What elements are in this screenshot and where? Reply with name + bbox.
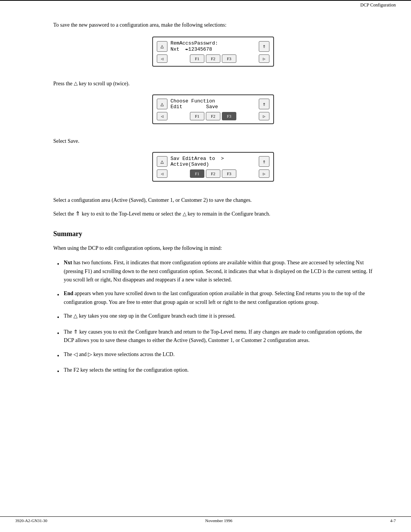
left-arrow-icon: ◁ xyxy=(73,351,78,357)
bullet-text-home-key: The ⇑ key causes you to exit the Configu… xyxy=(64,328,373,345)
bullet-item-end: • End appears when you have scrolled dow… xyxy=(57,289,373,307)
lcd2-f-buttons: F1 F2 F3 xyxy=(190,112,236,120)
lcd-widget-1-container: △ RemAccssPasswrd: Nxt ✒12345678 ⇑ ◁ F1 … xyxy=(53,37,373,74)
bullet-dot-2: • xyxy=(57,290,59,300)
lcd2-left-btn[interactable]: ◁ xyxy=(157,112,167,120)
lcd2-up-btn[interactable]: △ xyxy=(157,99,167,109)
lcd1-line2: Nxt ✒12345678 xyxy=(170,46,256,52)
up-arrow-icon-3: △ xyxy=(73,313,78,319)
lcd1-bottom-row: ◁ F1 F2 F3 ▷ xyxy=(157,54,269,63)
bullet-dot-6: • xyxy=(57,367,59,377)
lcd3-f2-btn[interactable]: F2 xyxy=(206,169,220,178)
page-header: DCP Configuration xyxy=(0,0,411,10)
bullet-item-home-key: • The ⇑ key causes you to exit the Confi… xyxy=(57,328,373,345)
bullet-item-lr-keys: • The ◁ and ▷ keys move selections acros… xyxy=(57,350,373,361)
lcd2-line2: Edit Save xyxy=(170,104,256,110)
lcd1-f3-btn[interactable]: F3 xyxy=(222,54,236,63)
lcd2-f1-btn[interactable]: F1 xyxy=(190,112,204,120)
bullet-item-up-key: • The △ key takes you one step up in the… xyxy=(57,312,373,323)
intro-text: To save the new password to a configurat… xyxy=(53,21,373,29)
bullet-dot-5: • xyxy=(57,351,59,361)
lcd-widget-2-container: △ Choose Function Edit Save ⇑ ◁ F1 F2 F3… xyxy=(53,94,373,132)
up-arrow-icon: △ xyxy=(74,80,78,87)
home-arrow-icon: ⇑ xyxy=(75,211,80,217)
home-arrow-icon-2: ⇑ xyxy=(73,329,78,335)
lcd1-line1: RemAccssPasswrd: xyxy=(170,40,256,46)
lcd1-top-row: △ RemAccssPasswrd: Nxt ✒12345678 ⇑ xyxy=(157,40,269,52)
lcd3-line1: Sav EditArea to > xyxy=(170,156,256,161)
lcd3-display: Sav EditArea to > Active(Saved) xyxy=(167,156,259,167)
bullet-item-nxt: • Nxt has two functions. First, it indic… xyxy=(57,259,373,284)
bullet-text-up-key: The △ key takes you one step up in the C… xyxy=(64,312,373,320)
lcd1-left-btn[interactable]: ◁ xyxy=(157,54,167,63)
lcd3-left-btn[interactable]: ◁ xyxy=(157,169,167,178)
config-text-1: Select a configuration area (Active (Sav… xyxy=(53,196,373,204)
lcd2-f3-btn[interactable]: F3 xyxy=(222,112,236,120)
lcd1-display: RemAccssPasswrd: Nxt ✒12345678 xyxy=(167,40,259,52)
lcd3-line2: Active(Saved) xyxy=(170,161,256,167)
lcd2-right-btn[interactable]: ▷ xyxy=(259,112,269,120)
lcd2-line1: Choose Function xyxy=(170,98,256,104)
main-content: To save the new password to a configurat… xyxy=(0,10,411,412)
lcd2-top-row: △ Choose Function Edit Save ⇑ xyxy=(157,98,269,110)
lcd-widget-3-container: △ Sav EditArea to > Active(Saved) ⇑ ◁ F1… xyxy=(53,152,373,189)
bullet-text-f2: The F2 key selects the setting for the c… xyxy=(64,366,373,374)
summary-intro: When using the DCP to edit configuration… xyxy=(53,244,373,252)
select-save-text: Select Save. xyxy=(53,137,373,145)
bullet-dot-1: • xyxy=(57,259,59,269)
lcd2-bottom-row: ◁ F1 F2 F3 ▷ xyxy=(157,112,269,120)
lcd3-up-btn[interactable]: △ xyxy=(157,156,167,167)
config-text-2: Select the ⇑ key to exit to the Top-Leve… xyxy=(53,209,373,218)
lcd3-f1-btn[interactable]: F1 xyxy=(190,169,204,178)
lcd2-display: Choose Function Edit Save xyxy=(167,98,259,110)
footer-page: 4-7 xyxy=(390,518,396,523)
right-arrow-icon: ▷ xyxy=(88,351,92,357)
lcd3-home-btn[interactable]: ⇑ xyxy=(259,156,269,167)
lcd3-top-row: △ Sav EditArea to > Active(Saved) ⇑ xyxy=(157,156,269,167)
summary-heading: Summary xyxy=(53,230,373,238)
lcd2-home-btn[interactable]: ⇑ xyxy=(259,99,269,109)
bullet-text-nxt: Nxt has two functions. First, it indicat… xyxy=(64,259,373,284)
press-text: Press the △ key to scroll up (twice). xyxy=(53,80,373,88)
lcd-widget-1: △ RemAccssPasswrd: Nxt ✒12345678 ⇑ ◁ F1 … xyxy=(152,37,274,67)
footer-part-number: 3920-A2-GN31-30 xyxy=(15,518,47,523)
bullet-dot-4: • xyxy=(57,329,59,339)
lcd3-right-btn[interactable]: ▷ xyxy=(259,169,269,178)
bullet-item-f2: • The F2 key selects the setting for the… xyxy=(57,366,373,377)
lcd1-f-buttons: F1 F2 F3 xyxy=(190,54,236,63)
lcd1-f1-btn[interactable]: F1 xyxy=(190,54,204,63)
bullet-dot-3: • xyxy=(57,313,59,323)
footer-date: November 1996 xyxy=(205,518,232,523)
bullet-text-lr-keys: The ◁ and ▷ keys move selections across … xyxy=(64,350,373,359)
up-arrow-icon-2: △ xyxy=(183,211,186,217)
lcd1-up-btn[interactable]: △ xyxy=(157,41,167,52)
summary-bullet-list: • Nxt has two functions. First, it indic… xyxy=(53,259,373,377)
term-nxt: Nxt xyxy=(64,260,72,265)
lcd-widget-3: △ Sav EditArea to > Active(Saved) ⇑ ◁ F1… xyxy=(152,152,274,182)
lcd1-right-btn[interactable]: ▷ xyxy=(259,54,269,63)
lcd-widget-2: △ Choose Function Edit Save ⇑ ◁ F1 F2 F3… xyxy=(152,94,274,124)
lcd3-f3-btn[interactable]: F3 xyxy=(222,169,236,178)
lcd1-home-btn[interactable]: ⇑ xyxy=(259,41,269,52)
lcd1-f2-btn[interactable]: F2 xyxy=(206,54,220,63)
lcd3-f-buttons: F1 F2 F3 xyxy=(190,169,236,178)
lcd2-f2-btn[interactable]: F2 xyxy=(206,112,220,120)
lcd3-bottom-row: ◁ F1 F2 F3 ▷ xyxy=(157,169,269,178)
term-end: End xyxy=(64,291,73,296)
page-footer: 3920-A2-GN31-30 November 1996 4-7 xyxy=(0,516,411,524)
bullet-text-end: End appears when you have scrolled down … xyxy=(64,289,373,307)
header-title: DCP Configuration xyxy=(360,2,396,8)
